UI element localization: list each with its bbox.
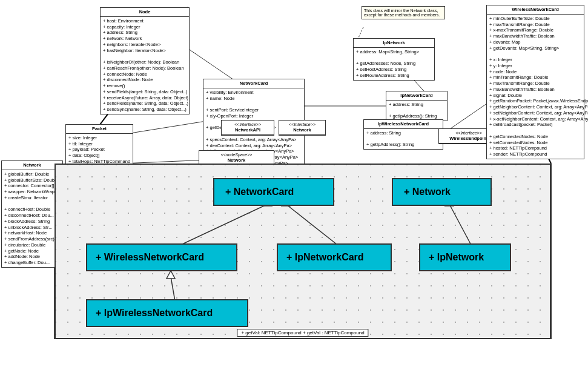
zoom-wirelessnetworkcard-box: + WirelessNetworkCard [86,243,237,271]
svg-line-21 [171,277,175,301]
class-diagram: Node + host: Environment + capacity: Int… [0,0,588,367]
wirelessnetworkcard-big-box: WirelessNetworkCard + minOuterBufferSize… [486,5,584,159]
panel-label: + getVal: NETTipCompound + getVal : NETT… [237,329,368,337]
network-small-attributes: + globalBuffer: Double + globalBufferSiz… [2,170,62,267]
ipnetwork-class-box: IpNetwork + address: Map<String, String>… [353,38,435,81]
packet-class-title: Packet [66,125,133,134]
zoom-ipnetwork-label: + IpNetwork [429,252,484,262]
networkcard-title: NetworkCard [203,79,304,88]
node-attributes: + host: Environment + capacity: Integer … [101,17,189,114]
interface-network-box: <<Interface>> Network [279,120,326,136]
network-small-title: Network [2,161,62,170]
zoom-ipnetworkcard-label: + IpNetworkCard [286,252,364,262]
zoom-ipnetwork-box: + IpNetwork [419,243,511,271]
svg-marker-22 [167,271,175,279]
wirelessnetworkcard-big-title: WirelessNetworkCard [487,5,584,15]
node-class-box: Node + host: Environment + capacity: Int… [100,7,190,114]
zoom-networkcard-label: + NetworkCard [225,187,294,197]
zoom-network-box: + Network [392,178,492,206]
svg-line-15 [171,204,268,250]
zoom-ipwirelessnetworkcard-box: + IpWirelessNetworkCard [86,299,248,327]
svg-line-5 [130,121,206,133]
ipnetworkcard-attrs: + address: String + getIpAddress(): Stri… [386,101,447,121]
zoom-ipnetworkcard-box: + IpNetworkCard [277,243,392,271]
ipnetwork-title: IpNetwork [354,39,434,48]
zoom-network-label: + Network [404,187,451,197]
interface-networkapi-box: <<Interface>> NetworkAPI [221,120,274,136]
ipwireless-small-attrs: + address: String + getIpAddress(): Stri… [364,129,443,149]
note-box: This class will mirror the Network class… [362,6,445,19]
ipnetworkcard-title: IpNetworkCard [386,91,447,101]
zoom-ipwireless-label: + IpWirelessNetworkCard [96,308,213,318]
interface-networkapi-title: <<Interface>> NetworkAPI [222,121,274,135]
ipwireless-small-box: IpWirelessNetworkCard + address: String … [363,119,443,150]
svg-line-17 [286,204,343,250]
note-text: This class will mirror the Network class… [364,8,440,17]
ipwireless-small-title: IpWirelessNetworkCard [364,120,443,129]
svg-line-19 [449,204,474,250]
node-class-title: Node [101,8,189,17]
ipnetwork-attrs: + address: Map<String, String> + getAddr… [354,48,434,80]
interface-network-title: <<Interface>> Network [279,121,325,135]
network-small-class-box: Network + globalBuffer: Double + globalB… [1,160,63,268]
zoom-wireless-label: + WirelessNetworkCard [96,252,204,262]
zoomed-panel: + NetworkCard + Network + WirelessNetwor… [55,164,551,339]
zoom-networkcard-box: + NetworkCard [213,178,334,206]
ipnetworkcard-class-box: IpNetworkCard + address: String + getIpA… [386,91,448,121]
wirelessnetworkcard-attrs: + minOuterBufferSize: Double + maxTransm… [487,15,584,159]
